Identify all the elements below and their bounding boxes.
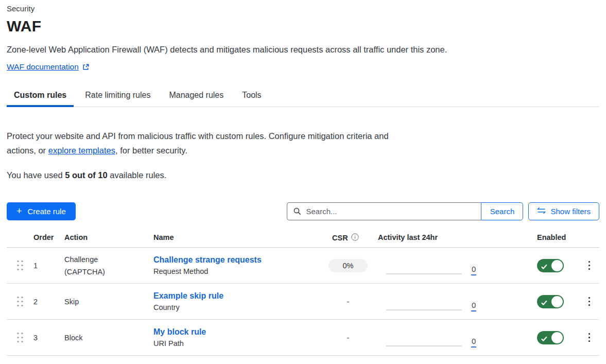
table-row: 2 Skip Example skip rule Country - 0 (7, 284, 599, 320)
column-header-enabled: Enabled (530, 233, 579, 242)
toggle-knob (551, 332, 563, 343)
enabled-cell (530, 295, 579, 308)
csr-value: - (347, 334, 350, 342)
csr-cell: - (323, 298, 373, 306)
drag-handle-cell (7, 261, 33, 271)
csr-value: 0% (328, 259, 368, 272)
create-rule-button[interactable]: + Create rule (7, 202, 76, 220)
search-button[interactable]: Search (481, 202, 523, 220)
row-menu-cell (579, 259, 599, 272)
kebab-menu-icon[interactable] (585, 331, 594, 344)
tab-custom-rules[interactable]: Custom rules (7, 86, 74, 107)
waf-documentation-link[interactable]: WAF documentation (7, 62, 79, 72)
rule-action: Block (64, 332, 153, 344)
filters-arrows-icon (537, 207, 546, 216)
rules-table-header: Order Action Name CSR Activity last 24hr… (7, 233, 599, 248)
activity-cell: 0 (373, 248, 530, 283)
toggle-knob (551, 260, 563, 271)
rule-order: 2 (33, 298, 64, 306)
tab-managed-rules[interactable]: Managed rules (162, 86, 231, 107)
column-header-csr: CSR (323, 233, 373, 242)
activity-count[interactable]: 0 (471, 301, 476, 311)
rule-order: 3 (33, 334, 64, 342)
activity-count[interactable]: 0 (471, 337, 476, 348)
rule-action: Skip (64, 296, 153, 308)
show-filters-button[interactable]: Show filters (528, 202, 599, 220)
rule-action: Challenge (CAPTCHA) (64, 253, 153, 278)
csr-value: - (347, 298, 350, 306)
activity-cell: 0 (373, 284, 530, 319)
enabled-cell (530, 331, 579, 344)
rule-field: URI Path (153, 339, 323, 348)
create-rule-label: Create rule (28, 207, 66, 216)
row-menu-cell (579, 331, 599, 344)
tab-bar: Custom rules Rate limiting rules Managed… (7, 86, 599, 107)
rule-name-cell: Example skip rule Country (153, 291, 323, 311)
drag-handle-cell (7, 333, 33, 343)
header-spacer-menu (579, 233, 599, 242)
tab-rate-limiting-rules[interactable]: Rate limiting rules (78, 86, 158, 107)
row-menu-cell (579, 295, 599, 308)
csr-cell: 0% (323, 259, 373, 272)
header-spacer-drag (7, 233, 33, 242)
rule-name-cell: Challenge strange requests Request Metho… (153, 255, 323, 275)
rule-order: 1 (33, 262, 64, 270)
column-header-order: Order (33, 233, 64, 242)
rule-name-link[interactable]: My block rule (153, 327, 206, 337)
table-row: 1 Challenge (CAPTCHA) Challenge strange … (7, 248, 599, 284)
usage-text: You have used 5 out of 10 available rule… (7, 170, 599, 180)
activity-sparkline (386, 273, 462, 274)
rules-table: Order Action Name CSR Activity last 24hr… (7, 233, 599, 356)
drag-handle-icon[interactable] (7, 333, 33, 343)
kebab-menu-icon[interactable] (585, 259, 594, 272)
rule-field: Request Method (153, 267, 323, 275)
usage-suffix: available rules. (108, 170, 167, 180)
toggle-knob (551, 296, 563, 307)
tab-tools[interactable]: Tools (235, 86, 268, 107)
table-row: 3 Block My block rule URI Path - 0 (7, 320, 599, 356)
search-input[interactable] (287, 202, 481, 220)
plus-icon: + (16, 206, 22, 216)
drag-handle-icon[interactable] (7, 261, 33, 271)
intro-after: , for better security. (115, 146, 187, 155)
csr-cell: - (323, 334, 373, 342)
checkmark-icon (541, 299, 547, 308)
doc-link-row: WAF documentation (7, 62, 599, 72)
activity-sparkline (386, 309, 462, 310)
section-eyebrow: Security (7, 4, 599, 13)
activity-sparkline (386, 345, 462, 346)
drag-handle-icon[interactable] (7, 297, 33, 307)
external-link-icon (82, 63, 90, 71)
column-header-activity: Activity last 24hr (373, 233, 530, 242)
waf-page: Security WAF Zone-level Web Application … (0, 0, 606, 356)
show-filters-label: Show filters (550, 207, 591, 216)
column-header-name: Name (153, 233, 323, 242)
rule-field: Country (153, 303, 323, 311)
rule-name-cell: My block rule URI Path (153, 327, 323, 348)
activity-count[interactable]: 0 (471, 265, 476, 275)
enabled-toggle[interactable] (537, 295, 564, 308)
usage-prefix: You have used (7, 170, 65, 180)
toolbar-right: Search Show filters (287, 202, 599, 220)
rules-toolbar: + Create rule Search (7, 202, 599, 220)
checkmark-icon (541, 263, 547, 272)
csr-header-label: CSR (332, 234, 348, 242)
info-icon[interactable] (351, 233, 359, 242)
rule-name-link[interactable]: Challenge strange requests (153, 255, 262, 265)
rule-name-link[interactable]: Example skip rule (153, 291, 223, 301)
rules-table-body: 1 Challenge (CAPTCHA) Challenge strange … (7, 248, 599, 356)
activity-cell: 0 (373, 320, 530, 355)
column-header-action: Action (64, 233, 153, 242)
drag-handle-cell (7, 297, 33, 307)
usage-count: 5 out of 10 (65, 170, 108, 180)
enabled-cell (530, 259, 579, 272)
page-description: Zone-level Web Application Firewall (WAF… (7, 45, 599, 55)
explore-templates-link[interactable]: explore templates (48, 146, 115, 155)
enabled-toggle[interactable] (537, 259, 564, 272)
intro-text: Protect your website and API from malici… (7, 129, 390, 158)
search-group: Search (287, 202, 523, 220)
enabled-toggle[interactable] (537, 331, 564, 344)
checkmark-icon (541, 335, 547, 344)
kebab-menu-icon[interactable] (585, 295, 594, 308)
page-title: WAF (7, 18, 599, 35)
